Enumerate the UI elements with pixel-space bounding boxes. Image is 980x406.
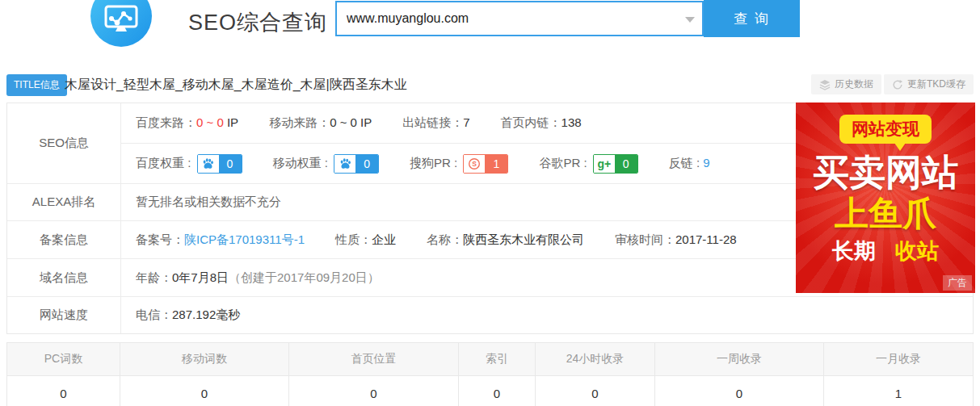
speed-value: 电信：287.192毫秒 (121, 297, 973, 333)
icp-audit-time: 审核时间：2017-11-28 (615, 232, 737, 248)
site-title-text: 木屋设计_轻型木屋_移动木屋_木屋造价_木屋|陕西圣东木业 (65, 77, 407, 94)
homepage-internal-links: 首页内链：138 (501, 115, 582, 131)
mobile-weight[interactable]: 移动权重 : 0 (273, 154, 380, 174)
refresh-tkd-button[interactable]: 更新TKD缓存 (884, 74, 974, 94)
stats-header-cell: 24小时收录 (536, 343, 655, 375)
stats-value-cell: 0 (289, 376, 459, 406)
icp-nature: 性质：企业 (335, 232, 396, 248)
app-logo (90, 0, 152, 47)
stats-header-cell: PC词数 (7, 343, 120, 375)
baidu-weight[interactable]: 百度权重 : 0 (136, 154, 242, 174)
seo-query-page: SEO综合查询 查 询 TITLE信息 木屋设计_轻型木屋_移动木屋_木屋造价_… (0, 0, 980, 406)
svg-text:S: S (473, 160, 477, 168)
ad-footer-text: 长期收站 (796, 241, 975, 262)
ad-tag-label: 广告 (943, 275, 972, 291)
google-pr-badge: g+ 0 (593, 154, 638, 174)
google-pr[interactable]: 谷歌PR : g+ 0 (539, 154, 637, 174)
history-data-label: 历史数据 (835, 77, 873, 91)
ad-subheadline: 上鱼爪 (796, 197, 975, 231)
stats-value-cell: 1 (824, 376, 973, 406)
title-info-badge: TITLE信息 (6, 74, 67, 96)
ad-bubble-text: 网站变现 (839, 115, 932, 144)
sogou-pr[interactable]: 搜狗PR : S 1 (410, 154, 508, 174)
monitor-chart-icon (103, 5, 139, 34)
sogou-pr-badge: S 1 (463, 154, 508, 174)
outbound-links: 出站链接：7 (402, 115, 469, 131)
stats-value-cell: 0 (536, 376, 655, 406)
domain-search-input[interactable] (335, 1, 704, 36)
page-title: SEO综合查询 (188, 8, 327, 37)
icp-company-name: 名称：陕西圣东木业有限公司 (427, 232, 584, 248)
query-button[interactable]: 查 询 (704, 0, 800, 37)
icp-number: 备案号：陕ICP备17019311号-1 (136, 232, 305, 248)
alexa-label: ALEXA排名 (7, 184, 121, 220)
ad-banner[interactable]: 网站变现 买卖网站 上鱼爪 长期收站 广告 (796, 103, 975, 293)
stats-value-cell: 0 (120, 376, 289, 406)
baidu-paw-icon (202, 157, 214, 170)
baidu-paw-icon (339, 157, 351, 170)
icp-number-link[interactable]: 陕ICP备17019311号-1 (184, 232, 305, 246)
google-plus-icon: g+ (597, 157, 611, 170)
stats-header-cell: 一月收录 (824, 343, 973, 375)
seo-info-label: SEO信息 (7, 103, 121, 183)
sogou-icon: S (468, 157, 481, 170)
stats-header-cell: 一周收录 (655, 343, 824, 375)
stats-table: PC词数 移动词数 首页位置 索引 24小时收录 一周收录 一月收录 0 0 0… (6, 342, 974, 406)
stats-header-cell: 首页位置 (289, 343, 459, 375)
backlinks: 反链 : 9 (669, 156, 710, 171)
stats-value-row: 0 0 0 0 0 0 1 (7, 376, 973, 406)
speed-row: 网站速度 电信：287.192毫秒 (7, 297, 973, 333)
ad-headline: 买卖网站 (796, 154, 975, 190)
history-data-button[interactable]: 历史数据 (811, 74, 881, 94)
stats-value-cell: 0 (7, 376, 120, 406)
refresh-icon (892, 79, 903, 90)
icp-label: 备案信息 (7, 221, 121, 258)
layers-icon (819, 79, 831, 90)
domain-label: 域名信息 (7, 259, 121, 296)
refresh-tkd-label: 更新TKD缓存 (907, 77, 965, 91)
baidu-weight-badge: 0 (197, 154, 242, 174)
mobile-traffic: 移动来路：0 ~ 0 IP (269, 115, 372, 131)
stats-value-cell: 0 (459, 376, 536, 406)
stats-header-cell: 索引 (459, 343, 536, 375)
stats-header-row: PC词数 移动词数 首页位置 索引 24小时收录 一周收录 一月收录 (7, 343, 973, 376)
stats-value-cell: 0 (655, 376, 824, 406)
speed-label: 网站速度 (7, 297, 121, 333)
chevron-down-icon[interactable] (685, 17, 695, 23)
baidu-traffic: 百度来路：0 ~ 0 IP (136, 115, 238, 131)
mobile-weight-badge: 0 (334, 154, 379, 174)
backlink-count-link[interactable]: 9 (703, 156, 709, 170)
stats-header-cell: 移动词数 (120, 343, 289, 375)
